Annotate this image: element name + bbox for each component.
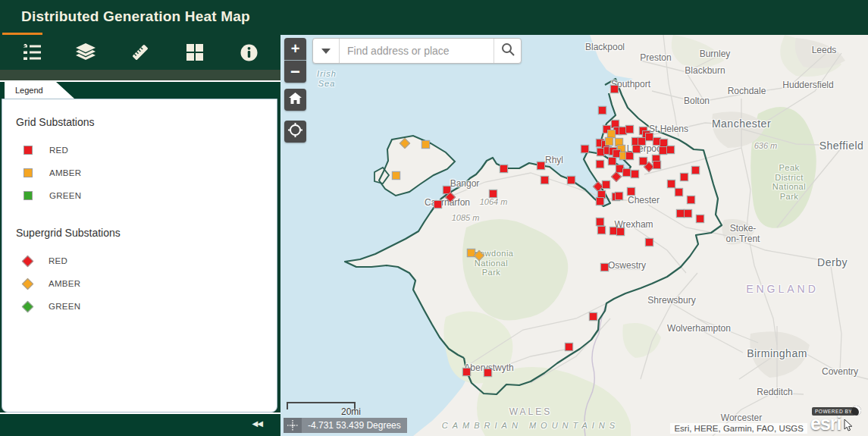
red-grid-substation-marker[interactable]: [600, 263, 609, 271]
search-button[interactable]: [494, 39, 521, 63]
red-grid-substation-marker[interactable]: [434, 200, 442, 209]
esri-globe-icon: [851, 406, 861, 416]
app-window: Distributed Generation Heat Map: [0, 0, 868, 436]
green-square-swatch: [24, 191, 33, 200]
red-grid-substation-marker[interactable]: [565, 343, 573, 351]
red-grid-substation-marker[interactable]: [602, 180, 610, 189]
scale-bar-label: 20mi: [341, 406, 361, 417]
legend-item-label: AMBER: [49, 168, 81, 177]
red-grid-substation-marker[interactable]: [684, 209, 692, 218]
measure-widget-button[interactable]: [119, 37, 161, 67]
red-grid-substation-marker[interactable]: [484, 369, 492, 377]
my-location-button[interactable]: [284, 121, 306, 143]
red-grid-substation-marker[interactable]: [631, 170, 639, 178]
search-source-dropdown[interactable]: [313, 39, 340, 63]
red-grid-substation-marker[interactable]: [596, 160, 604, 168]
info-icon: [240, 44, 258, 61]
red-grid-substation-marker[interactable]: [675, 188, 683, 196]
measure-ruler-icon: [130, 42, 150, 62]
map-canvas[interactable]: Irish SeaBlackpoolPrestonBurnleyLeedsBla…: [280, 35, 868, 436]
coordinate-crosshair-icon[interactable]: [284, 418, 302, 433]
esri-wordmark: esri: [810, 412, 841, 434]
red-grid-substation-marker[interactable]: [667, 180, 675, 188]
amber-grid-substation-marker[interactable]: [392, 171, 400, 180]
amber-diamond-swatch: [22, 278, 34, 290]
red-grid-substation-marker[interactable]: [462, 368, 471, 376]
red-grid-substation-marker[interactable]: [500, 165, 508, 173]
home-extent-button[interactable]: [284, 89, 306, 111]
coordinate-widget: -4.731 53.439 Degrees: [284, 418, 407, 433]
amber-grid-substation-marker[interactable]: [605, 137, 613, 146]
red-grid-substation-marker[interactable]: [687, 196, 695, 204]
toolbar-divider-strip: [0, 70, 280, 80]
red-grid-substation-marker[interactable]: [610, 85, 619, 93]
red-grid-substation-marker[interactable]: [537, 162, 545, 170]
red-grid-substation-marker[interactable]: [638, 137, 646, 146]
red-grid-substation-marker[interactable]: [666, 146, 675, 154]
red-grid-substation-marker[interactable]: [691, 166, 700, 174]
esri-logo: POWERED BY esri: [807, 407, 867, 436]
legend-sections: Grid SubstationsREDAMBERGREENSupergrid S…: [16, 116, 277, 318]
legend-item-label: RED: [49, 256, 67, 265]
sidebar-footer: ◀◀: [0, 412, 280, 436]
red-grid-substation-marker[interactable]: [627, 187, 635, 196]
red-grid-substation-marker[interactable]: [680, 173, 688, 181]
red-grid-substation-marker[interactable]: [597, 226, 606, 234]
red-supergrid-substation-marker[interactable]: [611, 171, 622, 182]
red-grid-substation-marker[interactable]: [567, 176, 575, 184]
red-grid-substation-marker[interactable]: [589, 312, 597, 321]
red-grid-substation-marker[interactable]: [598, 106, 606, 114]
legend-widget-button[interactable]: [11, 37, 53, 67]
search-input[interactable]: [340, 39, 494, 63]
search-icon: [501, 42, 515, 59]
red-grid-substation-marker[interactable]: [645, 238, 653, 246]
zoom-in-button[interactable]: +: [284, 38, 306, 60]
red-grid-substation-marker[interactable]: [541, 176, 549, 184]
sidebar: Legend Grid SubstationsREDAMBERGREENSupe…: [0, 35, 280, 436]
legend-panel: Grid SubstationsREDAMBERGREENSupergrid S…: [2, 99, 277, 412]
chevron-down-icon: [321, 49, 331, 54]
legend-item-label: AMBER: [49, 279, 80, 288]
red-grid-substation-marker[interactable]: [622, 168, 631, 177]
legend-item-label: GREEN: [49, 302, 80, 311]
red-grid-substation-marker[interactable]: [696, 215, 704, 223]
zoom-out-button[interactable]: −: [284, 61, 306, 83]
red-grid-substation-marker[interactable]: [616, 227, 625, 236]
legend-tab[interactable]: Legend: [5, 82, 74, 99]
amber-supergrid-substation-marker[interactable]: [474, 250, 484, 261]
app-header: Distributed Generation Heat Map: [0, 0, 868, 35]
active-tab-indicator: [2, 33, 42, 35]
substation-markers-layer: [280, 35, 868, 436]
red-grid-substation-marker[interactable]: [615, 192, 623, 200]
collapse-panel-button[interactable]: ◀◀: [252, 419, 262, 428]
layers-icon: [76, 43, 96, 61]
red-grid-substation-marker[interactable]: [659, 146, 667, 155]
legend-item: GREEN: [16, 295, 277, 318]
red-diamond-swatch: [22, 255, 34, 267]
legend-section-title: Supergrid Substations: [16, 227, 277, 239]
amber-supergrid-substation-marker[interactable]: [400, 138, 410, 149]
red-grid-substation-marker[interactable]: [625, 125, 634, 133]
page-title: Distributed Generation Heat Map: [21, 8, 250, 25]
widget-toolbar: [0, 35, 280, 70]
red-grid-substation-marker[interactable]: [596, 197, 604, 205]
red-grid-substation-marker[interactable]: [632, 145, 641, 153]
red-grid-substation-marker[interactable]: [653, 161, 661, 169]
amber-grid-substation-marker[interactable]: [421, 140, 430, 149]
layers-widget-button[interactable]: [64, 37, 107, 67]
info-widget-button[interactable]: [227, 37, 270, 67]
red-grid-substation-marker[interactable]: [581, 145, 589, 153]
red-grid-substation-marker[interactable]: [489, 190, 497, 198]
basemap-gallery-button[interactable]: [174, 37, 216, 67]
legend-item-label: GREEN: [49, 191, 81, 200]
home-icon: [289, 93, 302, 108]
red-grid-substation-marker[interactable]: [596, 218, 604, 226]
legend-list-icon: [23, 44, 41, 61]
legend-section-title: Grid Substations: [16, 116, 277, 128]
coordinate-readout: -4.731 53.439 Degrees: [302, 418, 407, 433]
red-square-swatch: [24, 146, 33, 155]
legend-item: RED: [16, 139, 277, 162]
legend-item: AMBER: [16, 272, 277, 295]
search-widget: [312, 38, 522, 64]
legend-item: AMBER: [16, 162, 277, 184]
